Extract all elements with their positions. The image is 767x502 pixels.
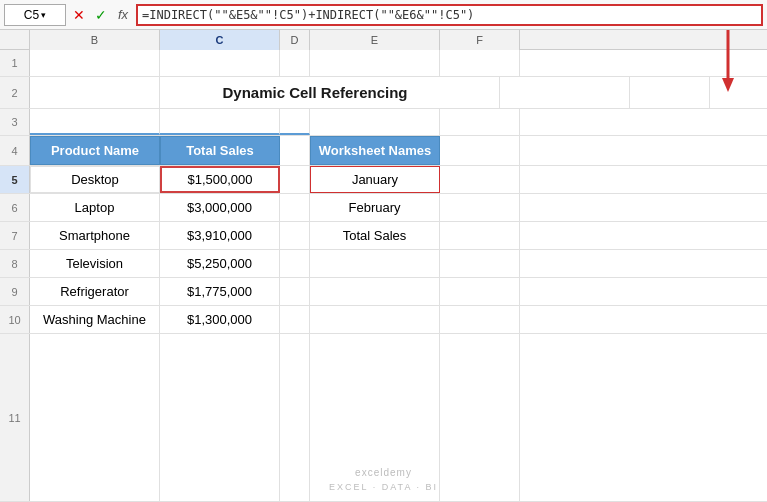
cell-c9[interactable]: $1,775,000 [160, 278, 280, 305]
cell-d10[interactable] [280, 306, 310, 333]
row-number: 3 [0, 109, 30, 135]
cell-d1[interactable] [280, 50, 310, 76]
cell-b10[interactable]: Washing Machine [30, 306, 160, 333]
col-header-c[interactable]: C [160, 30, 280, 50]
cell-c2-title[interactable]: Dynamic Cell Referencing [160, 77, 470, 108]
cell-d5[interactable] [280, 166, 310, 193]
row-number: 8 [0, 250, 30, 277]
cell-b8[interactable]: Television [30, 250, 160, 277]
cell-b6[interactable]: Laptop [30, 194, 160, 221]
row-number: 9 [0, 278, 30, 305]
cell-e5[interactable]: January [310, 166, 440, 193]
col-header-product-name[interactable]: Product Name [30, 136, 160, 165]
confirm-formula-btn[interactable]: ✓ [92, 6, 110, 24]
sales-desktop: $1,500,000 [187, 172, 252, 187]
cell-e7[interactable]: Total Sales [310, 222, 440, 249]
cell-d2[interactable] [470, 77, 500, 108]
cell-e1[interactable] [310, 50, 440, 76]
cell-e9[interactable] [310, 278, 440, 305]
cell-f2[interactable] [630, 77, 710, 108]
cell-f7[interactable] [440, 222, 520, 249]
cell-f8[interactable] [440, 250, 520, 277]
cell-d9[interactable] [280, 278, 310, 305]
table-row: 3 [0, 109, 767, 136]
row-num-header [0, 30, 30, 49]
col-header-total-sales[interactable]: Total Sales [160, 136, 280, 165]
worksheet-names-header: Worksheet Names [319, 143, 431, 158]
cell-f5[interactable] [440, 166, 520, 193]
product-refrigerator: Refrigerator [60, 284, 129, 299]
sales-washing-machine: $1,300,000 [187, 312, 252, 327]
dropdown-icon[interactable]: ▾ [41, 10, 46, 20]
table-row: 8 Television $5,250,000 [0, 250, 767, 278]
cell-b9[interactable]: Refrigerator [30, 278, 160, 305]
formula-bar: C5 ▾ ✕ ✓ fx =INDIRECT(""&E5&""!C5")+INDI… [0, 0, 767, 30]
product-smartphone: Smartphone [59, 228, 130, 243]
sales-refrigerator: $1,775,000 [187, 284, 252, 299]
cell-d4[interactable] [280, 136, 310, 165]
cell-c7[interactable]: $3,910,000 [160, 222, 280, 249]
sales-laptop: $3,000,000 [187, 200, 252, 215]
row-number: 1 [0, 50, 30, 76]
cell-b1[interactable] [30, 50, 160, 76]
insert-function-btn[interactable]: fx [114, 6, 132, 24]
product-washing-machine: Washing Machine [43, 312, 146, 327]
row-number: 6 [0, 194, 30, 221]
cell-d6[interactable] [280, 194, 310, 221]
cell-e8[interactable] [310, 250, 440, 277]
table-row: 11 [0, 334, 767, 502]
cell-c1[interactable] [160, 50, 280, 76]
cell-d7[interactable] [280, 222, 310, 249]
cell-c6[interactable]: $3,000,000 [160, 194, 280, 221]
cell-b5[interactable]: Desktop [30, 166, 160, 193]
cell-d8[interactable] [280, 250, 310, 277]
table-row: 1 [0, 50, 767, 77]
row-number: 2 [0, 77, 30, 108]
cell-c11[interactable] [160, 334, 280, 501]
table-row: 2 Dynamic Cell Referencing [0, 77, 767, 109]
cell-b11[interactable] [30, 334, 160, 501]
col-header-d[interactable]: D [280, 30, 310, 50]
ws-february: February [348, 200, 400, 215]
cell-c8[interactable]: $5,250,000 [160, 250, 280, 277]
col-header-e[interactable]: E [310, 30, 440, 50]
cell-e11[interactable] [310, 334, 440, 501]
cell-f9[interactable] [440, 278, 520, 305]
cell-e2[interactable] [500, 77, 630, 108]
cell-b3[interactable] [30, 109, 160, 135]
column-headers: B C D E F [0, 30, 767, 50]
product-laptop: Laptop [75, 200, 115, 215]
total-sales-header: Total Sales [186, 143, 254, 158]
cell-d3[interactable] [280, 109, 310, 135]
cancel-formula-btn[interactable]: ✕ [70, 6, 88, 24]
cell-e6[interactable]: February [310, 194, 440, 221]
row-number: 11 [0, 334, 30, 501]
cell-b7[interactable]: Smartphone [30, 222, 160, 249]
col-header-b[interactable]: B [30, 30, 160, 50]
spreadsheet-title: Dynamic Cell Referencing [222, 84, 407, 101]
table-row: 4 Product Name Total Sales Worksheet Nam… [0, 136, 767, 166]
sales-television: $5,250,000 [187, 256, 252, 271]
row-number: 4 [0, 136, 30, 165]
col-header-f[interactable]: F [440, 30, 520, 50]
cell-e3[interactable] [310, 109, 440, 135]
cell-c10[interactable]: $1,300,000 [160, 306, 280, 333]
cell-f6[interactable] [440, 194, 520, 221]
product-desktop: Desktop [71, 172, 119, 187]
formula-input[interactable]: =INDIRECT(""&E5&""!C5")+INDIRECT(""&E6&"… [136, 4, 763, 26]
cell-reference-box[interactable]: C5 ▾ [4, 4, 66, 26]
cell-f10[interactable] [440, 306, 520, 333]
ws-january: January [352, 172, 398, 187]
cell-c3[interactable] [160, 109, 280, 135]
cell-f3[interactable] [440, 109, 520, 135]
cell-c5[interactable]: $1,500,000 [160, 166, 280, 193]
ws-total-sales: Total Sales [343, 228, 407, 243]
cell-b2[interactable] [30, 77, 160, 108]
col-header-worksheet-names[interactable]: Worksheet Names [310, 136, 440, 165]
cell-f1[interactable] [440, 50, 520, 76]
cell-f11[interactable] [440, 334, 520, 501]
cell-d11[interactable] [280, 334, 310, 501]
table-row: 6 Laptop $3,000,000 February [0, 194, 767, 222]
cell-f4[interactable] [440, 136, 520, 165]
cell-e10[interactable] [310, 306, 440, 333]
